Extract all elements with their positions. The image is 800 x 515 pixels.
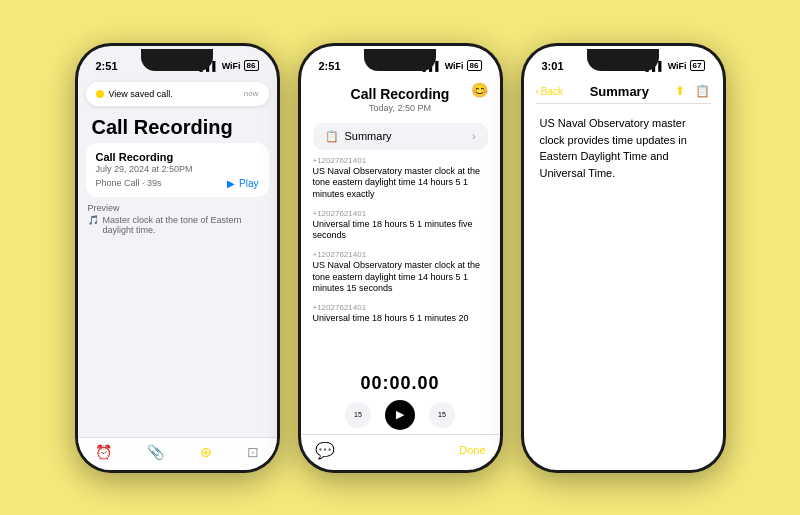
transcript-number-2: +12027621401: [313, 209, 488, 218]
notification-banner[interactable]: View saved call. now: [86, 82, 269, 106]
emoji-icon: 😊: [471, 82, 488, 98]
notif-text: View saved call.: [109, 89, 173, 99]
share-icon[interactable]: ⬆: [675, 84, 685, 98]
tab-voicemail[interactable]: ⊡: [247, 444, 259, 460]
transcript-3: +12027621401 US Naval Observatory master…: [313, 250, 488, 295]
phone-3: 3:01 ▌▌▌ WiFi 67 ‹ Back Summary ⬆ 📋 US N…: [521, 43, 726, 473]
tab-recents[interactable]: ⏰: [95, 444, 112, 460]
section-header-1: Call Recording: [78, 110, 277, 143]
tab-contacts-1[interactable]: 📎: [147, 444, 164, 460]
battery-icon-1: 86: [244, 60, 259, 71]
play-pause-button[interactable]: ▶: [385, 400, 415, 430]
phone-2: 2:51 🔔 ▌▌▌ WiFi 86 Call Recording Today,…: [298, 43, 503, 473]
chevron-right-icon: ›: [472, 131, 475, 142]
summary-text: US Naval Observatory master clock provid…: [540, 115, 707, 181]
time-2: 2:51: [319, 60, 341, 72]
nav-icons: ⬆ 📋: [675, 84, 710, 98]
transcript-area: +12027621401 US Naval Observatory master…: [301, 156, 500, 365]
preview-icon: 🎵: [88, 215, 99, 225]
skip-forward-button[interactable]: 15: [429, 402, 455, 428]
transcript-1: +12027621401 US Naval Observatory master…: [313, 156, 488, 201]
summary-pill-icon: 📋: [325, 130, 339, 143]
time-1: 2:51: [96, 60, 118, 72]
summary-pill[interactable]: 📋 Summary ›: [313, 123, 488, 150]
preview-content: Master clock at the tone of Eastern dayl…: [103, 215, 267, 235]
transcript-number-3: +12027621401: [313, 250, 488, 259]
phone-1: 2:51 🔔 ▌▌▌ WiFi 86 View saved call. now …: [75, 43, 280, 473]
preview-text: 🎵 Master clock at the tone of Eastern da…: [78, 215, 277, 241]
recents-icon: ⏰: [95, 444, 112, 460]
transcript-number-4: +12027621401: [313, 303, 488, 312]
summary-nav: ‹ Back Summary ⬆ 📋: [524, 78, 723, 103]
wifi-icon-3: WiFi: [668, 61, 687, 71]
battery-icon-2: 86: [467, 60, 482, 71]
vm-type: Phone Call · 39s: [96, 178, 162, 188]
play-label-1: Play: [239, 178, 258, 189]
play-button-1[interactable]: ▶ Play: [227, 178, 258, 189]
back-label: Back: [541, 86, 563, 97]
notif-left: View saved call.: [96, 89, 173, 99]
notch-1: [141, 49, 213, 71]
back-button[interactable]: ‹ Back: [536, 86, 564, 97]
voicemail-item: Call Recording July 29, 2024 at 2:50PM P…: [86, 143, 269, 197]
chevron-left-icon: ‹: [536, 86, 539, 97]
skip-fwd-label: 15: [438, 411, 446, 418]
player-section: 00:00.00 15 ▶ 15: [301, 365, 500, 434]
phone2-bottom: 💬 Done: [301, 434, 500, 470]
play-icon-2: ▶: [396, 408, 404, 421]
vm-row: Phone Call · 39s ▶ Play: [96, 178, 259, 189]
notif-time: now: [244, 89, 259, 98]
call-rec-date: Today, 2:50 PM: [315, 103, 486, 113]
keypad-icon: ⊕: [200, 444, 212, 460]
nav-title: Summary: [590, 84, 649, 99]
contacts-icon-1: 📎: [147, 444, 164, 460]
vm-date: July 29, 2024 at 2:50PM: [96, 164, 259, 174]
player-controls: 15 ▶ 15: [313, 400, 488, 430]
summary-content: US Naval Observatory master clock provid…: [524, 103, 723, 470]
notch-3: [587, 49, 659, 71]
call-rec-header: Call Recording Today, 2:50 PM 😊: [301, 78, 500, 117]
play-icon-1: ▶: [227, 178, 235, 189]
wifi-icon-1: WiFi: [222, 61, 241, 71]
preview-label: Preview: [78, 197, 277, 215]
voicemail-icon: ⊡: [247, 444, 259, 460]
notif-dot: [96, 90, 104, 98]
summary-pill-left: 📋 Summary: [325, 130, 392, 143]
transcript-text-4: Universal time 18 hours 5 1 minutes 20: [313, 313, 488, 325]
transcript-4: +12027621401 Universal time 18 hours 5 1…: [313, 303, 488, 325]
time-3: 3:01: [542, 60, 564, 72]
wifi-icon-2: WiFi: [445, 61, 464, 71]
call-rec-title: Call Recording: [315, 86, 486, 102]
vm-title: Call Recording: [96, 151, 259, 163]
done-button[interactable]: Done: [459, 444, 485, 456]
skip-back-label: 15: [354, 411, 362, 418]
transcript-text-2: Universal time 18 hours 5 1 minutes five…: [313, 219, 488, 242]
notch-2: [364, 49, 436, 71]
transcript-2: +12027621401 Universal time 18 hours 5 1…: [313, 209, 488, 242]
skip-back-button[interactable]: 15: [345, 402, 371, 428]
transcript-number-1: +12027621401: [313, 156, 488, 165]
battery-icon-3: 67: [690, 60, 705, 71]
player-time: 00:00.00: [313, 373, 488, 394]
tab-keypad[interactable]: ⊕: [200, 444, 212, 460]
summary-pill-label: Summary: [345, 130, 392, 142]
transcript-text-1: US Naval Observatory master clock at the…: [313, 166, 488, 201]
transcript-text-3: US Naval Observatory master clock at the…: [313, 260, 488, 295]
copy-icon[interactable]: 📋: [695, 84, 710, 98]
tab-bar-1: ⏰ 📎 ⊕ ⊡: [78, 437, 277, 470]
chat-icon: 💬: [315, 441, 335, 460]
